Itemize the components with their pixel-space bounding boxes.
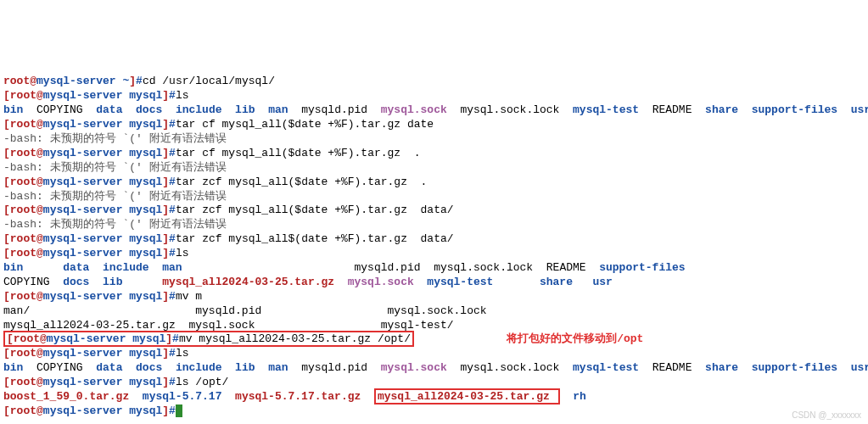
- prompt-at: @: [30, 75, 36, 87]
- file-sock: mysql.sock: [381, 103, 447, 116]
- cmd-lsopt: ls /opt/: [176, 376, 228, 388]
- prompt-close: ]: [129, 75, 136, 87]
- highlighted-mv-command: [root@mysql-server mysql]#mv mysql_all20…: [3, 331, 414, 347]
- dir-usr: usr: [851, 103, 868, 116]
- cmd-ls3: ls: [176, 347, 189, 360]
- file-readme: README: [652, 103, 692, 116]
- dir-share: share: [705, 103, 738, 116]
- dir-include: include: [176, 103, 222, 116]
- terminal-output[interactable]: root@mysql-server ~]#cd /usr/local/mysql…: [3, 61, 865, 419]
- dir-support: support-files: [752, 103, 837, 116]
- dir-lib: lib: [235, 103, 255, 116]
- cmd-tar1: tar cf mysql_all($date +%F).tar.gz date: [176, 118, 434, 131]
- err-line: -bash: 未预期的符号 `(' 附近有语法错误: [3, 218, 227, 231]
- cmd-cd: cd /usr/local/mysql/: [143, 75, 275, 87]
- cmd-tar3: tar zcf mysql_all($date +%F).tar.gz .: [176, 176, 427, 188]
- file-socklock: mysql.sock.lock: [460, 103, 559, 116]
- file-copying: COPYING: [36, 103, 83, 116]
- err-line: -bash: 未预期的符号 `(' 附近有语法错误: [3, 161, 227, 174]
- cmd-tar4: tar zcf mysql_all($date +%F).tar.gz data…: [176, 204, 454, 216]
- highlighted-tgz: mysql_all2024-03-25.tar.gz: [374, 388, 560, 404]
- cmd-ls: ls: [176, 89, 189, 102]
- dir-mysql5717: mysql-5.7.17: [143, 390, 222, 403]
- dir-rh: rh: [573, 390, 586, 403]
- dir-data: data: [96, 103, 122, 116]
- prompt-open: [: [3, 89, 10, 102]
- watermark: CSDN @_xxxxxxx: [792, 410, 861, 421]
- file-mysql5717tar: mysql-5.7.17.tar.gz: [235, 390, 361, 403]
- file-pid: mysqld.pid: [301, 103, 367, 116]
- prompt-hash: #: [136, 75, 143, 87]
- prompt-host: mysql-server: [36, 75, 116, 87]
- dir-man: man: [268, 103, 288, 116]
- cmd-tar2: tar cf mysql_all($date +%F).tar.gz .: [176, 147, 421, 159]
- err-line: -bash: 未预期的符号 `(' 附近有语法错误: [3, 190, 227, 203]
- dir-docs: docs: [136, 103, 162, 116]
- prompt-user: root: [3, 75, 30, 87]
- cmd-mvm: mv m: [176, 290, 202, 303]
- dir-mysqltest: mysql-test: [573, 103, 639, 116]
- file-tgz: mysql_all2024-03-25.tar.gz: [162, 276, 334, 288]
- cmd-tar5: tar zcf mysql_all$(date +%F).tar.gz data…: [176, 232, 454, 245]
- cmd-mv: mv mysql_all2024-03-25.tar.gz /opt/: [179, 332, 411, 345]
- dir-bin: bin: [3, 103, 23, 116]
- file-boost: boost_1_59_0.tar.gz: [3, 390, 129, 403]
- cursor[interactable]: [176, 404, 182, 417]
- cmd-ls2: ls: [176, 247, 189, 259]
- err-line: -bash: 未预期的符号 `(' 附近有语法错误: [3, 132, 227, 145]
- annotation: 将打包好的文件移动到/opt: [507, 332, 643, 345]
